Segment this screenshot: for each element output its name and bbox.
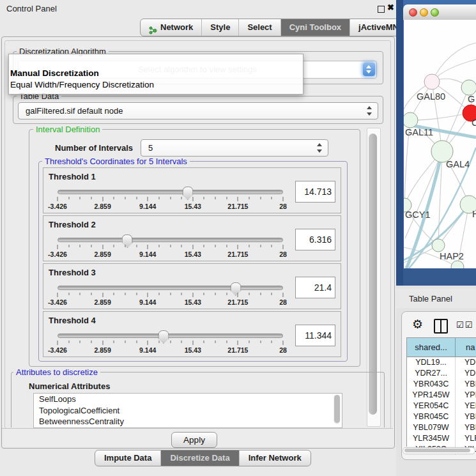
- minimize-traffic-light-icon[interactable]: [420, 8, 428, 17]
- algorithm-dropdown-popup: Manual Discretization Equal Width/Freque…: [8, 54, 303, 95]
- threshold-value-box[interactable]: 14.713: [295, 181, 335, 203]
- slider-track[interactable]: [58, 334, 283, 338]
- threshold-value-box[interactable]: 11.344: [295, 325, 335, 346]
- cell-shared-name[interactable]: YBL079W: [407, 422, 456, 433]
- threshold-slider[interactable]: -3.4262.8599.14415.4321.71528: [58, 187, 283, 209]
- dropdown-item-manual-discretization[interactable]: Manual Discretization: [10, 68, 302, 79]
- threshold-value-box[interactable]: 21.4: [295, 277, 335, 298]
- cell-shared-name[interactable]: YBR043C: [407, 379, 456, 390]
- cell-shared-name[interactable]: YBR045C: [407, 411, 456, 422]
- network-window-titlebar[interactable]: [403, 4, 476, 20]
- cell-name[interactable]: YBR0: [456, 379, 476, 390]
- table-row[interactable]: YBR043C YBR0: [407, 379, 476, 390]
- threshold-slider[interactable]: -3.4262.8599.14415.4321.71528: [58, 331, 283, 353]
- table-row[interactable]: YBL079W YBL0: [407, 422, 476, 433]
- table-row[interactable]: YBR045C YBR0: [407, 411, 476, 422]
- table-row[interactable]: YDR27... YDR2: [407, 368, 476, 379]
- numerical-attributes-label: Numerical Attributes: [29, 381, 110, 391]
- threshold-slider[interactable]: -3.4262.8599.14415.4321.71528: [58, 235, 283, 257]
- slider-track[interactable]: [58, 238, 283, 242]
- threshold-label: Threshold 3: [49, 268, 96, 277]
- threshold-row: Threshold 1 -3.4262.8599.14415.4321.7152…: [43, 167, 341, 213]
- node-bottom[interactable]: [451, 261, 464, 268]
- node-label: GAL80: [417, 91, 445, 102]
- float-window-icon[interactable]: [378, 6, 385, 13]
- node-label: GAL11: [405, 127, 433, 137]
- tab-impute-data[interactable]: Impute Data: [95, 450, 160, 466]
- apply-button[interactable]: Apply: [171, 432, 217, 448]
- threshold-value-box[interactable]: 6.316: [295, 229, 335, 250]
- cell-shared-name[interactable]: YLR345W: [407, 433, 456, 444]
- column-layout-icon[interactable]: [434, 319, 448, 334]
- tab-select[interactable]: Select: [238, 19, 280, 36]
- cell-name[interactable]: YBL0: [456, 422, 476, 433]
- tab-network[interactable]: Network: [141, 19, 201, 36]
- node-g[interactable]: [461, 80, 476, 95]
- node-gal80[interactable]: [424, 74, 440, 89]
- combobox-arrows-button[interactable]: [363, 63, 375, 76]
- down-arrow-icon: [366, 70, 371, 73]
- threshold-label: Threshold 4: [49, 316, 96, 325]
- scrollbar-thumb[interactable]: [334, 395, 340, 423]
- tab-discretize-data[interactable]: Discretize Data: [160, 450, 238, 466]
- cell-name[interactable]: YDL1: [456, 357, 476, 368]
- close-traffic-light-icon[interactable]: [409, 8, 417, 17]
- cell-name[interactable]: YPR1: [456, 390, 476, 401]
- screen: { "window": {"title": "Control Panel"}, …: [0, 0, 476, 476]
- cell-shared-name[interactable]: YDL19...: [407, 357, 456, 368]
- table-panel-title: Table Panel: [409, 294, 452, 303]
- cell-shared-name[interactable]: YDR27...: [407, 368, 456, 379]
- tab-label: Network: [160, 19, 193, 36]
- column-header-shared-name[interactable]: shared...: [407, 338, 456, 357]
- attribute-list-item[interactable]: SelfLoops: [34, 394, 342, 405]
- node-hap2[interactable]: [432, 239, 445, 252]
- tab-cyni-toolbox[interactable]: Cyni Toolbox: [280, 19, 349, 36]
- cell-shared-name[interactable]: YER054C: [407, 401, 456, 411]
- attributes-group-title: Attributes to discretize: [13, 367, 100, 377]
- node-label: GAL4: [446, 159, 470, 169]
- top-tab-bar: Network Style Select Cyni Toolbox jActiv…: [140, 19, 434, 36]
- cell-name[interactable]: YBR0: [456, 411, 476, 422]
- column-header-name[interactable]: na: [456, 338, 476, 357]
- control-panel-title: Control Panel: [6, 4, 57, 13]
- dropdown-item-equal-width-frequency[interactable]: Equal Width/Frequency Discretization: [10, 79, 302, 90]
- attribute-list-item[interactable]: BetweennessCentrality: [34, 416, 342, 427]
- slider-track[interactable]: [58, 286, 283, 290]
- table-row[interactable]: YER054C YER0: [407, 401, 476, 411]
- threshold-label: Threshold 1: [49, 172, 96, 181]
- table-row[interactable]: YDL19... YDL1: [407, 357, 476, 368]
- cell-name[interactable]: YDR2: [456, 368, 476, 379]
- number-of-intervals-combobox[interactable]: 5: [141, 139, 328, 157]
- table-row[interactable]: YPR145W YPR1: [407, 390, 476, 401]
- scrollbar-thumb[interactable]: [404, 449, 470, 452]
- attribute-list-item[interactable]: TopologicalCoefficient: [34, 405, 342, 417]
- network-canvas[interactable]: GAL80 G C GAL11 GAL4 GCY1 H HAP2: [404, 20, 476, 268]
- close-icon[interactable]: ✖: [387, 3, 394, 12]
- tab-style[interactable]: Style: [201, 19, 238, 36]
- table-panel-header: Table Panel: [396, 289, 476, 308]
- zoom-traffic-light-icon[interactable]: [431, 8, 439, 17]
- attributes-list-scrollbar[interactable]: [334, 395, 341, 424]
- threshold-label: Threshold 2: [49, 220, 96, 229]
- slider-track[interactable]: [58, 190, 283, 194]
- number-of-intervals-value: 5: [141, 140, 328, 156]
- node-gal11[interactable]: [404, 112, 418, 128]
- spinner-arrows-icon: [367, 105, 372, 116]
- slider-tick-labels: -3.4262.8599.14415.4321.71528: [58, 298, 283, 306]
- cell-shared-name[interactable]: YPR145W: [407, 390, 456, 401]
- tab-infer-network[interactable]: Infer Network: [239, 450, 311, 466]
- numerical-attributes-list[interactable]: SelfLoops TopologicalCoefficient Between…: [33, 393, 342, 428]
- node-label: C: [472, 118, 476, 128]
- table-row[interactable]: YLR345W YLR3: [407, 433, 476, 444]
- cell-name[interactable]: YER0: [456, 401, 476, 411]
- bottom-tab-bar: Impute Data Discretize Data Infer Networ…: [95, 450, 311, 466]
- select-columns-checkboxes-icon[interactable]: ☑☑: [456, 320, 473, 330]
- node-attribute-table: shared... na YDL19... YDL1 YDR27... YDR2…: [406, 337, 476, 447]
- table-data-combobox[interactable]: galFiltered.sif default node: [18, 102, 378, 119]
- table-horizontal-scrollbar[interactable]: [403, 447, 475, 454]
- cell-name[interactable]: YLR3: [456, 433, 476, 444]
- network-nodes[interactable]: [404, 74, 476, 268]
- gear-icon[interactable]: ⚙: [412, 317, 423, 332]
- node-label: GCY1: [405, 210, 431, 220]
- threshold-slider[interactable]: -3.4262.8599.14415.4321.71528: [58, 283, 283, 305]
